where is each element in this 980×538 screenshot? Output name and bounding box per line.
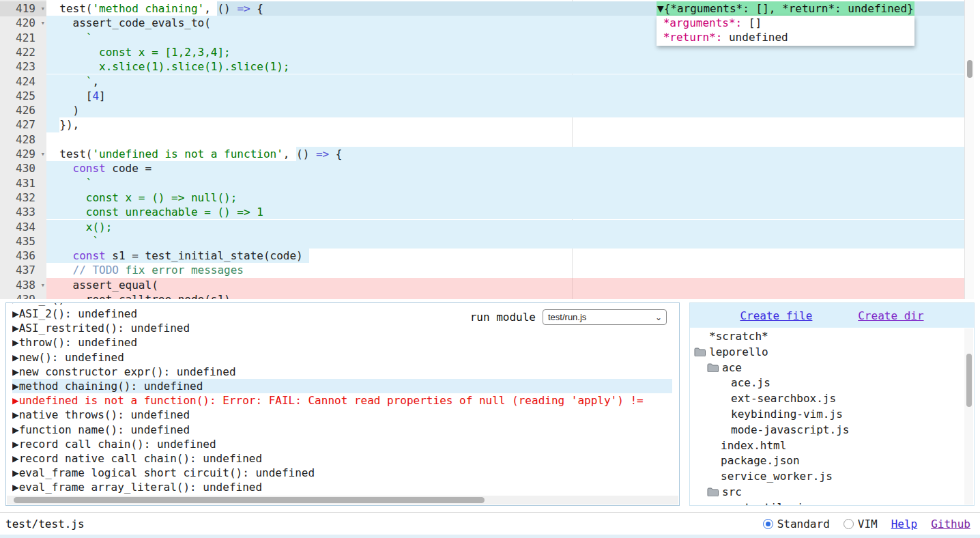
github-link[interactable]: Github: [931, 518, 970, 530]
code-line[interactable]: const code =: [46, 161, 964, 175]
code-line[interactable]: x.slice(1).slice(1).slice(1);: [46, 59, 964, 74]
fold-arrow-icon[interactable]: ▾: [40, 147, 45, 160]
fold-arrow-icon[interactable]: ▾: [40, 16, 45, 29]
test-result-item[interactable]: ▶eval_frame array_literal(): undefined: [12, 480, 672, 494]
chevron-down-icon: ⌄: [655, 311, 662, 325]
create-file-link[interactable]: Create file: [740, 309, 812, 322]
line-number: 437: [0, 263, 46, 278]
scrollbar-thumb[interactable]: [967, 60, 972, 78]
line-number: 428: [0, 132, 46, 147]
fold-arrow-icon[interactable]: ▾: [40, 2, 45, 15]
code-line[interactable]: const s1 = test_initial_state(code): [46, 249, 964, 263]
line-number: 424: [0, 74, 46, 89]
code-line[interactable]: const x = [1,2,3,4];: [46, 45, 964, 59]
line-number: 425: [0, 89, 46, 104]
run-module-control: run module test/run.js ⌄: [470, 309, 667, 325]
help-link[interactable]: Help: [891, 518, 918, 530]
tooltip-entry[interactable]: *arguments*: []: [657, 16, 914, 30]
line-number: 423: [0, 59, 46, 74]
code-line[interactable]: test('undefined is not a function', () =…: [46, 147, 964, 161]
line-number: 434: [0, 220, 46, 235]
status-bar: test/test.js Standard VIM Help Github: [0, 512, 980, 535]
file-tree-item[interactable]: keybinding-vim.js: [690, 407, 964, 423]
test-result-item[interactable]: ▶method chaining(): undefined: [12, 379, 672, 393]
editor-gutter: 419▾420▾421422423424425426427428429▾4304…: [0, 0, 46, 299]
file-tree-item[interactable]: index.html: [690, 438, 964, 454]
test-result-item[interactable]: ▶record native call chain(): undefined: [12, 451, 672, 466]
file-tree-label: ext-searchbox.js: [731, 391, 836, 407]
test-result-item-clipped: ▶ASI_1(): undefined: [12, 303, 672, 307]
files-panel-header: Create file Create dir: [690, 303, 974, 328]
code-line[interactable]: root_calltree_node(s1): [46, 292, 964, 299]
file-tree-label: service_worker.js: [721, 469, 833, 485]
scrollbar-thumb[interactable]: [966, 354, 972, 407]
test-result-item[interactable]: ▶new(): undefined: [12, 350, 672, 365]
test-results-list: ▶ASI_1(): undefined▶ASI_2(): undefined▶A…: [12, 303, 672, 494]
file-tree-item[interactable]: ace: [690, 360, 964, 376]
test-result-item[interactable]: ▶eval_frame logical short circuit(): und…: [12, 466, 672, 480]
line-number: 439: [0, 292, 46, 299]
file-tree-label: keybinding-vim.js: [731, 407, 843, 423]
file-tree-label: index.html: [721, 438, 786, 454]
code-line[interactable]: // TODO fix error messages: [46, 263, 964, 277]
fold-arrow-icon[interactable]: ▾: [40, 279, 45, 292]
test-result-item[interactable]: ▶new constructor expr(): undefined: [12, 365, 672, 379]
radio-label: VIM: [858, 518, 878, 530]
test-result-item[interactable]: ▶record call chain(): undefined: [12, 437, 672, 451]
line-number: 430: [0, 161, 46, 176]
test-result-item[interactable]: ▶native throws(): undefined: [12, 408, 672, 422]
file-tree-label: package.json: [721, 453, 800, 469]
line-number: 426: [0, 103, 46, 118]
code-line[interactable]: [4]: [46, 89, 964, 103]
run-module-selected-value: test/run.js: [548, 312, 586, 322]
file-tree-label: *scratch*: [709, 329, 768, 345]
run-module-select[interactable]: test/run.js ⌄: [543, 309, 667, 325]
file-tree-item[interactable]: ext-searchbox.js: [690, 391, 964, 407]
files-vertical-scrollbar[interactable]: [964, 328, 973, 505]
code-line[interactable]: const unreachable = () => 1: [46, 205, 964, 219]
tooltip-entry[interactable]: *return*: undefined: [657, 30, 914, 44]
line-number: 427: [0, 117, 46, 132]
leporello-app: 419▾420▾421422423424425426427428429▾4304…: [0, 0, 980, 538]
code-line[interactable]: `: [46, 234, 964, 249]
radio-icon[interactable]: [844, 519, 854, 529]
file-tree-item[interactable]: mode-javascript.js: [690, 423, 964, 438]
code-line[interactable]: `: [46, 176, 964, 190]
code-line[interactable]: x();: [46, 220, 964, 234]
create-dir-link[interactable]: Create dir: [858, 309, 923, 322]
code-editor[interactable]: 419▾420▾421422423424425426427428429▾4304…: [0, 0, 980, 299]
file-tree-item[interactable]: ast_utils.js: [690, 500, 964, 505]
run-module-label: run module: [470, 311, 536, 324]
results-horizontal-scrollbar[interactable]: [7, 496, 678, 505]
keybinding-radio-vim[interactable]: VIM: [844, 518, 878, 530]
file-tree: *scratch*leporelloaceace.jsext-searchbox…: [690, 328, 964, 505]
file-tree-item[interactable]: leporello: [690, 345, 964, 360]
file-tree-label: leporello: [709, 345, 768, 360]
code-line[interactable]: const x = () => null();: [46, 190, 964, 205]
value-explorer-tooltip[interactable]: ▼{*arguments*: [], *return*: undefined} …: [657, 1, 914, 46]
file-tree-item[interactable]: *scratch*: [690, 329, 964, 345]
file-tree-item[interactable]: ace.js: [690, 376, 964, 391]
line-number: 436: [0, 249, 46, 264]
editor-vertical-scrollbar[interactable]: [964, 0, 974, 299]
file-tree-label: src: [722, 485, 742, 500]
test-result-item[interactable]: ▶function name(): undefined: [12, 423, 672, 437]
tooltip-body: *arguments*: [] *return*: undefined: [657, 16, 914, 46]
code-line[interactable]: `,: [46, 74, 964, 89]
keybinding-radio-standard[interactable]: Standard: [763, 518, 830, 530]
scrollbar-thumb[interactable]: [14, 497, 485, 503]
code-line[interactable]: [46, 132, 964, 147]
code-line[interactable]: assert_equal(: [46, 278, 964, 292]
file-tree-label: mode-javascript.js: [731, 423, 849, 438]
test-result-item[interactable]: ▶undefined is not a function(): Error: F…: [12, 393, 672, 408]
line-number: 433: [0, 205, 46, 220]
tooltip-header[interactable]: ▼{*arguments*: [], *return*: undefined}: [657, 1, 914, 16]
code-line[interactable]: ): [46, 103, 964, 117]
radio-icon[interactable]: [763, 519, 773, 529]
file-tree-item[interactable]: service_worker.js: [690, 469, 964, 485]
file-tree-item[interactable]: package.json: [690, 453, 964, 469]
code-line[interactable]: }),: [46, 117, 964, 132]
test-result-item[interactable]: ▶throw(): undefined: [12, 335, 672, 350]
file-tree-item[interactable]: src: [690, 485, 964, 500]
line-number: 422: [0, 45, 46, 60]
